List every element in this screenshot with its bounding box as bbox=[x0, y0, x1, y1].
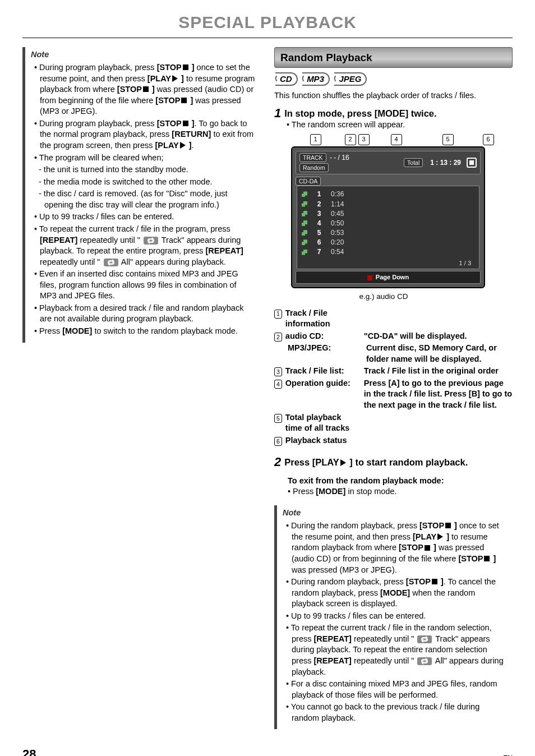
mode-chip: Random bbox=[299, 163, 329, 172]
track-row: 21:14 bbox=[299, 200, 477, 209]
stop-icon bbox=[183, 64, 188, 70]
section-header: Random Playback bbox=[274, 47, 513, 68]
legend-key: Track / File list: bbox=[285, 366, 358, 377]
exit-bullet: • Press [MODE] in stop mode. bbox=[288, 486, 513, 497]
legend-value: Track / File list in the original order bbox=[364, 366, 513, 377]
music-note-icon bbox=[302, 211, 307, 216]
step-number-1: 1 bbox=[274, 107, 281, 119]
legend-key: MP3/JPEG: bbox=[288, 343, 361, 365]
step1-detail: The random screen will appear. bbox=[287, 119, 513, 131]
legend: 1Track / File information2audio CD:"CD-D… bbox=[274, 308, 513, 446]
stop-icon bbox=[484, 556, 490, 561]
note-item: The program will be cleared when; bbox=[34, 153, 255, 164]
legend-key: Playback status bbox=[285, 435, 358, 446]
note-item: To repeat the current track / file in th… bbox=[34, 224, 255, 268]
track-row: 10:36 bbox=[299, 190, 477, 199]
legend-key: Operation guide: bbox=[285, 378, 358, 411]
note-item: Up to 99 tracks / files can be entered. bbox=[286, 611, 507, 622]
note-item: You cannot go back to the previous track… bbox=[286, 702, 507, 723]
total-label: Total bbox=[404, 158, 423, 167]
stop-icon bbox=[143, 86, 149, 92]
note-item: Even if an inserted disc contains mixed … bbox=[34, 269, 255, 302]
legend-number: 6 bbox=[274, 437, 282, 446]
repeat-icon bbox=[104, 259, 118, 266]
track-row: 30:45 bbox=[299, 209, 477, 218]
stop-icon bbox=[181, 98, 187, 103]
legend-value: Press [A] to go to the previous page in … bbox=[364, 378, 513, 411]
note-box-right: Note During the random playback, press [… bbox=[274, 505, 513, 730]
legend-number: 1 bbox=[274, 310, 282, 319]
diagram-screen: TRACK - - / 16 Random Total 1 : 13 : 29 … bbox=[291, 146, 485, 289]
track-value: - - / 16 bbox=[330, 154, 349, 162]
callout-5: 5 bbox=[442, 134, 454, 145]
note-item: the unit is turned into the standby mode… bbox=[39, 164, 255, 176]
note-item: During random playback, press [STOP ]. T… bbox=[286, 577, 507, 610]
legend-number: 3 bbox=[274, 367, 282, 376]
page-down-label: Page Down bbox=[376, 274, 409, 280]
step-text-1: In stop mode, press [MODE] twice. bbox=[284, 107, 436, 119]
note-title: Note bbox=[31, 49, 255, 61]
legend-row: MP3/JPEG:Current disc, SD Memory Card, o… bbox=[274, 343, 513, 365]
music-note-icon bbox=[302, 201, 307, 207]
page-title: SPECIAL PLAYBACK bbox=[22, 11, 513, 34]
track-row: 50:53 bbox=[299, 228, 477, 237]
page-number: 28 bbox=[22, 746, 36, 756]
divider bbox=[22, 38, 513, 38]
language-code: EN bbox=[503, 754, 513, 756]
note-item: the media mode is switched to the other … bbox=[39, 177, 255, 188]
legend-key: Track / File information bbox=[285, 308, 358, 330]
repeat-icon bbox=[417, 635, 432, 643]
repeat-icon bbox=[417, 657, 432, 665]
legend-row: 4Operation guide:Press [A] to go to the … bbox=[274, 378, 513, 411]
legend-row: 2audio CD:"CD-DA" will be displayed. bbox=[274, 331, 513, 342]
note-item: During program playback, press [STOP ]. … bbox=[34, 118, 255, 151]
play-icon bbox=[180, 142, 186, 149]
callout-row: 1 2 3 4 5 6 bbox=[291, 134, 513, 145]
callout-1: 1 bbox=[310, 134, 321, 145]
music-note-icon bbox=[302, 220, 307, 226]
legend-row: 1Track / File information bbox=[274, 308, 513, 330]
intro-text: This function shuffles the playback orde… bbox=[274, 90, 513, 102]
legend-row: 5Total playback time of all tracks bbox=[274, 412, 513, 434]
play-icon bbox=[172, 75, 178, 82]
note-item: During the random playback, press [STOP … bbox=[286, 520, 507, 575]
step-text-2: Press [PLAY ] to start random playback. bbox=[284, 456, 468, 468]
music-note-icon bbox=[302, 250, 307, 255]
play-icon bbox=[340, 459, 346, 466]
stop-icon bbox=[445, 523, 451, 528]
red-square-icon bbox=[367, 275, 372, 280]
music-note-icon bbox=[302, 230, 307, 236]
track-row: 60:20 bbox=[299, 238, 477, 247]
note-item: Press [MODE] to switch to the random pla… bbox=[34, 326, 255, 337]
legend-number: 5 bbox=[274, 414, 282, 423]
exit-heading: To exit from the random playback mode: bbox=[288, 476, 513, 487]
music-note-icon bbox=[302, 239, 307, 245]
note-item: During program playback, press [STOP ] o… bbox=[34, 62, 255, 117]
callout-3: 3 bbox=[358, 134, 370, 145]
note-item: the disc / card is removed. (as for "Dis… bbox=[39, 188, 255, 210]
chip-mp3: MP3 bbox=[302, 72, 330, 86]
stop-icon bbox=[467, 158, 477, 168]
repeat-icon bbox=[144, 237, 158, 245]
legend-key: Total playback time of all tracks bbox=[285, 412, 358, 434]
note-box-left: Note During program playback, press [STO… bbox=[22, 47, 261, 343]
legend-row: 6Playback status bbox=[274, 435, 513, 446]
note-item: Up to 99 tracks / files can be entered. bbox=[34, 211, 255, 223]
legend-value: "CD-DA" will be displayed. bbox=[364, 331, 513, 342]
step-number-2: 2 bbox=[274, 456, 281, 468]
track-row: 40:50 bbox=[299, 219, 477, 228]
page-down-bar: Page Down bbox=[296, 271, 481, 284]
pager: 1 / 3 bbox=[299, 257, 477, 268]
stop-icon bbox=[432, 579, 437, 584]
stop-icon bbox=[425, 545, 430, 551]
diagram-caption: e.g.) audio CD bbox=[291, 292, 476, 302]
play-icon bbox=[437, 533, 443, 540]
note-item: For a disc containing mixed MP3 and JPEG… bbox=[286, 679, 507, 700]
legend-key: audio CD: bbox=[285, 331, 358, 342]
disc-type: CD-DA bbox=[296, 177, 321, 186]
chip-jpeg: JPEG bbox=[334, 72, 367, 86]
callout-6: 6 bbox=[483, 134, 494, 145]
legend-number: 4 bbox=[274, 380, 282, 389]
legend-value: Current disc, SD Memory Card, or folder … bbox=[366, 343, 513, 365]
track-row: 70:54 bbox=[299, 247, 477, 256]
